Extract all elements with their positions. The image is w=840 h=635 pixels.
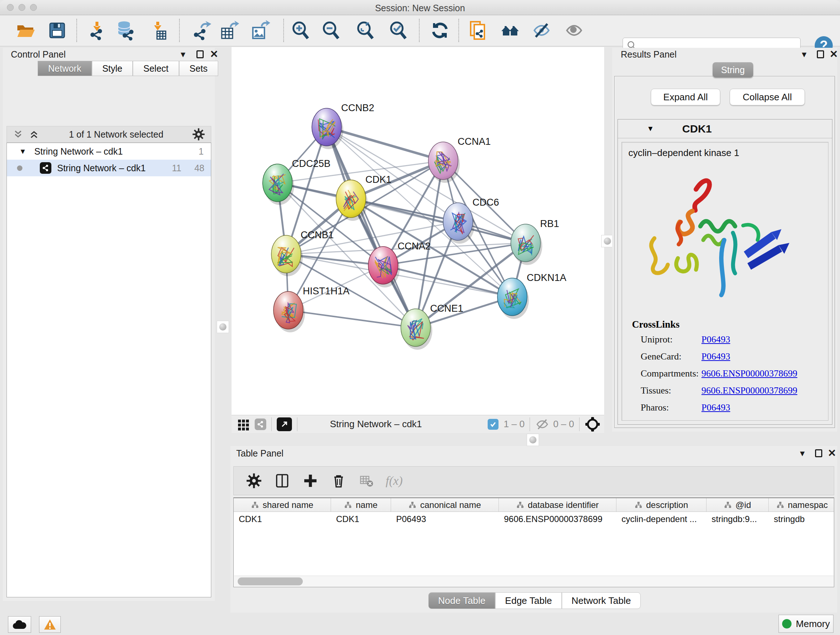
- column-label: namespac: [788, 500, 828, 510]
- column-header-description[interactable]: description: [616, 498, 706, 511]
- grid-view-icon[interactable]: [237, 417, 250, 431]
- left-splitter-handle[interactable]: [217, 321, 229, 333]
- column-header-namespac[interactable]: namespac: [769, 498, 834, 511]
- tab-node-table[interactable]: Node Table: [428, 592, 495, 609]
- table-settings-gear-icon[interactable]: [246, 473, 262, 489]
- main-toolbar: ?: [0, 15, 840, 46]
- refresh-icon[interactable]: [430, 20, 450, 41]
- zoom-out-icon[interactable]: [321, 20, 341, 41]
- tab-edge-table[interactable]: Edge Table: [495, 592, 562, 609]
- duplicate-network-icon[interactable]: [468, 20, 488, 41]
- edge-CCNB2-CCNA1[interactable]: [327, 127, 443, 161]
- table-row[interactable]: CDK1CDK1P064939606.ENSP00000378699cyclin…: [234, 512, 834, 526]
- import-network-file-icon[interactable]: [87, 20, 107, 41]
- gear-icon[interactable]: [192, 128, 205, 141]
- close-panel-icon[interactable]: ✕: [828, 449, 836, 457]
- zoom-in-icon[interactable]: [291, 20, 311, 41]
- function-builder-icon[interactable]: f(x): [386, 474, 403, 488]
- tab-sets[interactable]: Sets: [179, 61, 218, 76]
- home-layout-icon[interactable]: [500, 20, 520, 41]
- tree-expand-icon[interactable]: ▼: [19, 147, 27, 156]
- close-panel-icon[interactable]: ✕: [210, 50, 218, 58]
- cell-6[interactable]: stringdb: [769, 512, 834, 526]
- collapse-panel-icon[interactable]: ▼: [179, 50, 187, 59]
- show-all-icon[interactable]: [564, 20, 584, 41]
- node-label-CCNA2: CCNA2: [398, 241, 431, 252]
- memory-button[interactable]: Memory: [778, 615, 834, 633]
- edge-CDK1-RB1[interactable]: [351, 199, 526, 243]
- crosslink-link[interactable]: P06493: [701, 351, 730, 362]
- delete-column-icon[interactable]: [331, 473, 347, 489]
- cell-2[interactable]: P06493: [391, 512, 499, 526]
- column-header-shared-name[interactable]: shared name: [234, 498, 331, 511]
- float-panel-icon[interactable]: [815, 449, 822, 457]
- string-network-graph[interactable]: CCNB2CCNA1CDC25BCDK1CDC6RB1CCNB1CCNA2CDK…: [232, 47, 604, 415]
- horizontal-splitter-handle[interactable]: [527, 434, 539, 446]
- open-file-icon[interactable]: [15, 20, 35, 41]
- hide-selected-icon[interactable]: [531, 20, 552, 41]
- tab-style[interactable]: Style: [92, 61, 133, 76]
- float-panel-icon[interactable]: [196, 50, 204, 58]
- collapse-all-icon[interactable]: [12, 128, 24, 141]
- selected-checkbox-icon[interactable]: [488, 419, 499, 430]
- close-panel-icon[interactable]: ✕: [829, 50, 838, 58]
- edge-HIST1H1A-CCNE1[interactable]: [288, 310, 416, 328]
- open-in-window-icon[interactable]: [277, 417, 292, 431]
- gene-header[interactable]: ▼ CDK1: [618, 119, 832, 138]
- tab-string[interactable]: String: [713, 62, 753, 78]
- node-CCNA1[interactable]: CCNA1: [428, 136, 491, 183]
- import-table-file-icon[interactable]: [148, 20, 168, 41]
- node-CDKN1A[interactable]: CDKN1A: [497, 272, 567, 319]
- column-header-canonical-name[interactable]: canonical name: [391, 498, 499, 511]
- tab-network-table[interactable]: Network Table: [562, 592, 641, 609]
- zoom-selected-icon[interactable]: [388, 20, 409, 41]
- show-columns-icon[interactable]: [274, 473, 290, 489]
- warning-status-button[interactable]: [39, 616, 61, 633]
- network-row[interactable]: String Network – cdk1 11 48: [7, 160, 211, 176]
- collapse-all-button[interactable]: Collapse All: [729, 89, 805, 105]
- cloud-status-button[interactable]: [8, 616, 31, 633]
- birds-eye-view-icon[interactable]: [584, 416, 600, 432]
- network-view-icon[interactable]: [255, 418, 266, 430]
- crosslink-link[interactable]: P06493: [701, 334, 730, 345]
- cell-5[interactable]: stringdb:9...: [706, 512, 769, 526]
- delete-table-icon[interactable]: [359, 473, 373, 488]
- node-CDC6[interactable]: CDC6: [443, 197, 499, 244]
- float-panel-icon[interactable]: [817, 50, 824, 58]
- crosslink-link[interactable]: P06493: [701, 402, 730, 413]
- cell-4[interactable]: cyclin-dependent ...: [616, 512, 706, 526]
- gene-collapse-icon[interactable]: ▼: [647, 125, 654, 133]
- node-RB1[interactable]: RB1: [511, 218, 559, 265]
- horizontal-scrollbar[interactable]: [234, 576, 834, 586]
- node-CCNE1[interactable]: CCNE1: [401, 303, 463, 350]
- tab-select[interactable]: Select: [133, 61, 179, 76]
- right-splitter-handle[interactable]: [601, 235, 614, 247]
- crosslink-link[interactable]: 9606.ENSP00000378699: [701, 368, 797, 379]
- zoom-fit-icon[interactable]: [355, 20, 376, 41]
- column-header-name[interactable]: name: [331, 498, 391, 511]
- collapse-panel-icon[interactable]: ▼: [798, 449, 806, 458]
- column-header--id[interactable]: @id: [706, 498, 769, 511]
- network-collection-row[interactable]: ▼ String Network – cdk1 1: [7, 143, 211, 160]
- tab-network[interactable]: Network: [38, 61, 92, 76]
- collapse-panel-icon[interactable]: ▼: [800, 50, 808, 59]
- save-session-icon[interactable]: [47, 20, 67, 41]
- network-canvas[interactable]: CCNB2CCNA1CDC25BCDK1CDC6RB1CCNB1CCNA2CDK…: [232, 47, 604, 415]
- crosslink-link[interactable]: 9606.ENSP00000378699: [701, 385, 797, 396]
- node-HIST1H1A[interactable]: HIST1H1A: [273, 286, 349, 333]
- add-column-icon[interactable]: [302, 473, 318, 489]
- cell-0[interactable]: CDK1: [234, 512, 331, 526]
- import-network-database-icon[interactable]: [115, 20, 136, 41]
- cell-3[interactable]: 9606.ENSP00000378699: [499, 512, 616, 526]
- column-header-database-identifier[interactable]: database identifier: [499, 498, 616, 511]
- expand-all-button[interactable]: Expand All: [651, 89, 720, 105]
- edge-CCNB2-CCNE1[interactable]: [327, 127, 416, 328]
- toolbar-separator: [283, 19, 284, 42]
- export-image-icon[interactable]: [250, 20, 270, 41]
- expand-all-icon[interactable]: [28, 128, 40, 141]
- node-CCNA2[interactable]: CCNA2: [368, 241, 431, 287]
- cell-1[interactable]: CDK1: [331, 512, 391, 526]
- export-table-icon[interactable]: [219, 20, 239, 41]
- scrollbar-thumb[interactable]: [238, 578, 303, 585]
- export-network-icon[interactable]: [191, 20, 211, 41]
